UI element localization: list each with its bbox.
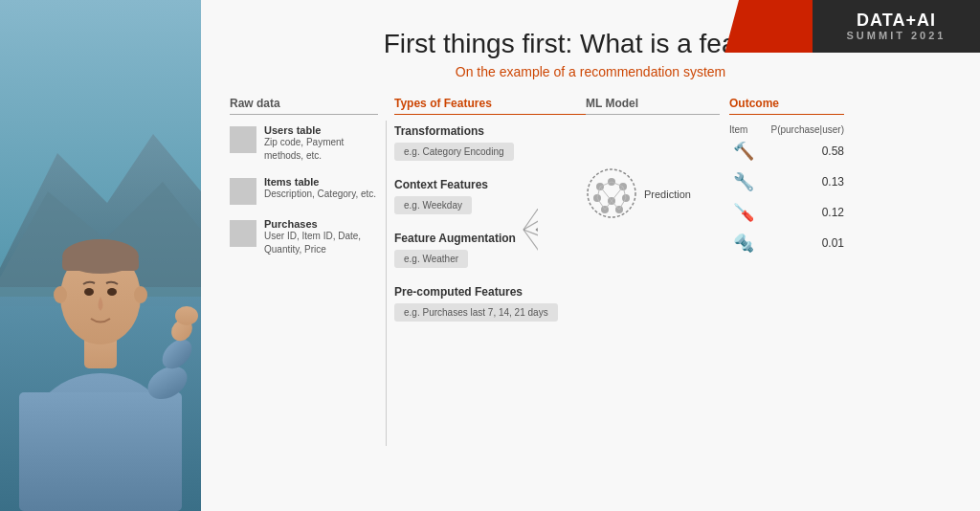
svg-rect-9 xyxy=(62,256,139,271)
svg-line-40 xyxy=(612,187,623,201)
items-table-item: Items table Description, Category, etc. xyxy=(230,176,378,205)
svg-line-43 xyxy=(612,201,619,210)
logo-text-summit: SUMMIT 2021 xyxy=(847,30,947,41)
ml-model-visual: Prediction xyxy=(586,167,720,220)
items-table-text: Items table Description, Category, etc. xyxy=(264,176,376,201)
purchases-item: Purchases User ID, Item ID, Date, Quanti… xyxy=(230,218,378,256)
purchases-title: Purchases xyxy=(264,218,378,230)
outcome-row-3: 🔩 0.01 xyxy=(729,233,844,254)
logo-background: DATA+AI SUMMIT 2021 xyxy=(813,0,980,53)
purchases-icon xyxy=(230,220,256,247)
users-table-title: Users table xyxy=(264,124,378,136)
outcome-column: Outcome Item P(purchase|user) 🔨 0.58 🔧 xyxy=(720,97,844,339)
svg-point-11 xyxy=(134,286,147,303)
svg-point-26 xyxy=(588,169,635,217)
precomputed-feature: Pre-computed Features e.g. Purchases las… xyxy=(394,285,586,322)
logo-decoration: DATA+AI SUMMIT 2021 xyxy=(693,0,980,53)
raw-data-header: Raw data xyxy=(230,97,378,115)
svg-point-17 xyxy=(175,306,198,325)
outcome-value-0: 0.58 xyxy=(822,144,844,158)
users-table-text: Users table Zip code, Payment methods, e… xyxy=(264,124,378,163)
outcome-col1-header: Item xyxy=(729,124,747,135)
items-table-icon xyxy=(230,178,256,205)
users-table-desc: Zip code, Payment methods, etc. xyxy=(264,136,378,163)
purchases-text: Purchases User ID, Item ID, Date, Quanti… xyxy=(264,218,378,256)
slide-container: DATA+AI SUMMIT 2021 First things first: … xyxy=(0,0,980,511)
brain-icon xyxy=(586,167,638,220)
svg-line-38 xyxy=(600,187,612,201)
augmentation-example: e.g. Weather xyxy=(394,250,468,268)
purchases-desc: User ID, Item ID, Date, Quantity, Price xyxy=(264,230,378,256)
augmentation-title: Feature Augmentation xyxy=(394,232,586,245)
outcome-col-headers: Item P(purchase|user) xyxy=(729,124,844,135)
features-column: Types of Features Transformations e.g. C… xyxy=(394,97,586,339)
transformations-example: e.g. Category Encoding xyxy=(394,143,514,161)
outcome-row-2: 🪛 0.12 xyxy=(729,202,844,223)
items-table-title: Items table xyxy=(264,176,376,188)
precomputed-example: e.g. Purchases last 7, 14, 21 days xyxy=(394,303,558,322)
users-table-item: Users table Zip code, Payment methods, e… xyxy=(230,124,378,163)
context-features-feature: Context Features e.g. Weekday xyxy=(394,178,586,214)
context-features-title: Context Features xyxy=(394,178,586,191)
slide-subtitle: On the example of a recommendation syste… xyxy=(230,64,951,79)
outcome-value-2: 0.12 xyxy=(822,206,844,219)
outcome-icon-0: 🔨 xyxy=(729,141,758,162)
outcome-row-0: 🔨 0.58 xyxy=(729,141,844,162)
raw-data-divider xyxy=(386,121,387,446)
transformations-title: Transformations xyxy=(394,124,586,138)
prediction-label: Prediction xyxy=(644,189,691,200)
outcome-icon-1: 🔧 xyxy=(729,171,758,192)
outcome-value-3: 0.01 xyxy=(822,236,844,250)
svg-point-12 xyxy=(84,288,94,296)
diagram-area: Raw data Users table Zip code, Payment m… xyxy=(230,97,951,451)
svg-rect-5 xyxy=(19,392,182,511)
content-area: DATA+AI SUMMIT 2021 First things first: … xyxy=(201,0,980,511)
outcome-icon-3: 🔩 xyxy=(729,233,758,254)
features-ml-area: Types of Features Transformations e.g. C… xyxy=(394,97,951,339)
svg-point-13 xyxy=(107,288,117,296)
ml-model-column: ML Model xyxy=(586,97,720,339)
precomputed-title: Pre-computed Features xyxy=(394,285,586,299)
outcome-value-1: 0.13 xyxy=(822,175,844,189)
svg-point-10 xyxy=(54,286,67,303)
outcome-header: Outcome xyxy=(729,97,844,115)
items-table-desc: Description, Category, etc. xyxy=(264,188,376,201)
augmentation-feature: Feature Augmentation e.g. Weather xyxy=(394,232,586,268)
ml-model-header: ML Model xyxy=(586,97,720,115)
users-table-icon xyxy=(230,126,256,153)
transformations-feature: Transformations e.g. Category Encoding xyxy=(394,124,586,161)
speaker-panel xyxy=(0,0,201,511)
speaker-illustration xyxy=(0,0,201,511)
features-header: Types of Features xyxy=(394,97,586,115)
outcome-row-1: 🔧 0.13 xyxy=(729,171,844,192)
context-features-example: e.g. Weekday xyxy=(394,196,472,214)
outcome-icon-2: 🪛 xyxy=(729,202,758,223)
outcome-col2-header: P(purchase|user) xyxy=(770,124,844,135)
svg-line-41 xyxy=(597,198,605,210)
raw-data-column: Raw data Users table Zip code, Payment m… xyxy=(230,97,378,270)
logo-text-data: DATA+AI xyxy=(857,11,936,31)
